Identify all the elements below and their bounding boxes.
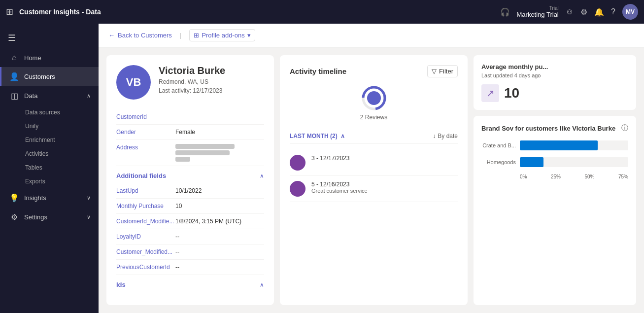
sidebar-item-data[interactable]: ◫ Data ∧ (0, 86, 99, 105)
brand-bar-row-2: Homegoods (481, 157, 628, 167)
back-to-customers-label: Back to Customers (118, 32, 172, 39)
customer-location: Redmond, WA, US (159, 78, 225, 85)
customer-modified-label: Customer_Modified... (116, 248, 175, 255)
activity-item-2: 5 - 12/16/2023 Great customer service (290, 176, 458, 202)
activities-label: Activities (25, 150, 48, 157)
ids-header[interactable]: Ids ∧ (116, 275, 264, 292)
month-filter-row: LAST MONTH (2) ∧ ↓ By date (290, 129, 458, 144)
main-content: VB Victoria Burke Redmond, WA, US Last a… (99, 47, 644, 313)
review-circle-svg (361, 85, 387, 111)
main-layout: ☰ ⌂ Home 👤 Customers ◫ Data ∧ Data sourc… (0, 24, 644, 313)
sidebar-item-enrichment[interactable]: Enrichment (20, 133, 99, 147)
activity-content-1: 3 - 12/17/2023 (311, 155, 458, 162)
ids-label: Ids (116, 281, 126, 288)
sidebar-item-insights[interactable]: 💡 Insights ∨ (0, 188, 99, 208)
activity-desc-2: Great customer service (311, 188, 458, 194)
sidebar-item-data-sources[interactable]: Data sources (20, 105, 99, 119)
top-navigation: ⊞ Customer Insights - Data 🎧 Trial Marke… (0, 0, 644, 24)
sort-by-date-button[interactable]: ↓ By date (433, 133, 458, 139)
trial-info: Trial Marketing Trial (517, 5, 559, 18)
metric-value-row: ↗ 10 (481, 84, 628, 102)
grid-icon[interactable]: ⊞ (6, 6, 13, 17)
activity-card: Activity timeline ▽ Filter 2 Rev (280, 55, 468, 305)
metric-card: Average monthly pu... Last updated 4 day… (474, 55, 636, 110)
sidebar-item-customers[interactable]: 👤 Customers (0, 67, 99, 86)
previous-customer-id-label: PreviousCustomerId (116, 264, 175, 271)
customer-id-modified-label: CustomerId_Modifie... (116, 218, 175, 225)
brand-info-icon[interactable]: ⓘ (621, 124, 628, 133)
trial-label: Trial (549, 5, 559, 11)
enrichment-label: Enrichment (25, 137, 55, 143)
lastupd-label: LastUpd (116, 187, 175, 194)
data-sources-label: Data sources (25, 109, 60, 116)
month-filter-button[interactable]: LAST MONTH (2) ∧ (290, 133, 345, 139)
activity-dot-1 (290, 155, 305, 171)
gender-value: Female (175, 129, 264, 136)
customers-icon: 👤 (9, 72, 19, 81)
sidebar-item-tables[interactable]: Tables (20, 161, 99, 174)
sidebar-item-activities[interactable]: Activities (20, 147, 99, 161)
sidebar-insights-label: Insights (24, 194, 46, 202)
activity-dot-2 (290, 181, 305, 197)
customer-header: VB Victoria Burke Redmond, WA, US Last a… (116, 65, 264, 100)
data-chevron: ∧ (87, 93, 91, 99)
back-arrow-icon: ← (108, 32, 115, 39)
bell-icon[interactable]: 🔔 (594, 7, 604, 17)
ids-chevron: ∧ (260, 281, 264, 288)
tables-label: Tables (25, 164, 42, 171)
monthly-purchase-label: Monthly Purchase (116, 203, 175, 209)
profile-addons-chevron-icon: ▾ (247, 32, 251, 39)
customer-modified-value: -- (175, 248, 264, 255)
headset-icon[interactable]: 🎧 (500, 7, 510, 17)
additional-fields-header[interactable]: Additional fields ∧ (116, 166, 264, 183)
previous-customer-id-row: PreviousCustomerId -- (116, 260, 264, 275)
brand-bar-fill-2 (520, 157, 543, 167)
sidebar-item-home[interactable]: ⌂ Home (0, 48, 99, 67)
insights-icon: 💡 (9, 193, 19, 203)
sidebar-item-unify[interactable]: Unify (20, 119, 99, 133)
sidebar-item-settings[interactable]: ⚙ Settings ∨ (0, 208, 99, 227)
brand-card: Brand Sov for customers like Victoria Bu… (474, 116, 636, 305)
activity-header: Activity timeline ▽ Filter (290, 65, 458, 77)
brand-bar-fill-1 (520, 140, 598, 150)
loyalty-id-row: LoyaltyID -- (116, 229, 264, 244)
customer-last-activity: Last activity: 12/17/2023 (159, 87, 225, 94)
brand-bar-track-2 (520, 157, 628, 167)
data-icon: ◫ (9, 91, 19, 101)
brand-bar-chart: Crate and B... Homegoods 0 (481, 140, 628, 179)
smiley-icon[interactable]: ☺ (566, 7, 574, 16)
gear-icon[interactable]: ⚙ (580, 7, 587, 17)
activity-date-1: 3 - 12/17/2023 (311, 155, 458, 162)
customer-id-modified-value: 1/8/2024, 3:15 PM (UTC) (175, 218, 264, 225)
unify-label: Unify (25, 123, 38, 130)
home-icon: ⌂ (9, 53, 19, 62)
axis-label-75: 75% (618, 174, 628, 179)
breadcrumb-divider: | (180, 32, 181, 39)
loyalty-id-value: -- (175, 233, 264, 240)
address-row: Address (116, 140, 264, 166)
customer-id-label: CustomerId (116, 113, 175, 120)
hamburger-icon[interactable]: ☰ (0, 28, 99, 48)
customer-id-value (175, 113, 264, 120)
axis-label-0: 0% (520, 174, 527, 179)
filter-label: Filter (439, 68, 453, 75)
chart-axis: 0% 25% 50% 75% (481, 174, 628, 179)
additional-fields-list: LastUpd 10/1/2022 Monthly Purchase 10 Cu… (116, 183, 264, 275)
breadcrumb-bar: ← Back to Customers | ⊞ Profile add-ons … (99, 24, 644, 47)
settings-icon: ⚙ (9, 212, 19, 222)
brand-title-row: Brand Sov for customers like Victoria Bu… (481, 124, 628, 133)
additional-fields-chevron: ∧ (260, 173, 264, 179)
sidebar-item-exports[interactable]: Exports (20, 174, 99, 188)
profile-addons-button[interactable]: ⊞ Profile add-ons ▾ (189, 29, 255, 41)
filter-button[interactable]: ▽ Filter (427, 65, 458, 77)
brand-title: Brand Sov for customers like Victoria Bu… (481, 125, 615, 132)
avatar[interactable]: MV (622, 4, 638, 20)
reviews-count-label: 2 Reviews (360, 114, 387, 121)
customer-avatar: VB (116, 65, 151, 100)
previous-customer-id-value: -- (175, 264, 264, 271)
back-to-customers-link[interactable]: ← Back to Customers (108, 32, 172, 39)
lastupd-value: 10/1/2022 (175, 187, 264, 194)
sidebar-home-label: Home (24, 54, 41, 62)
help-icon[interactable]: ? (611, 7, 615, 16)
month-filter-label: LAST MONTH (2) (290, 133, 338, 139)
